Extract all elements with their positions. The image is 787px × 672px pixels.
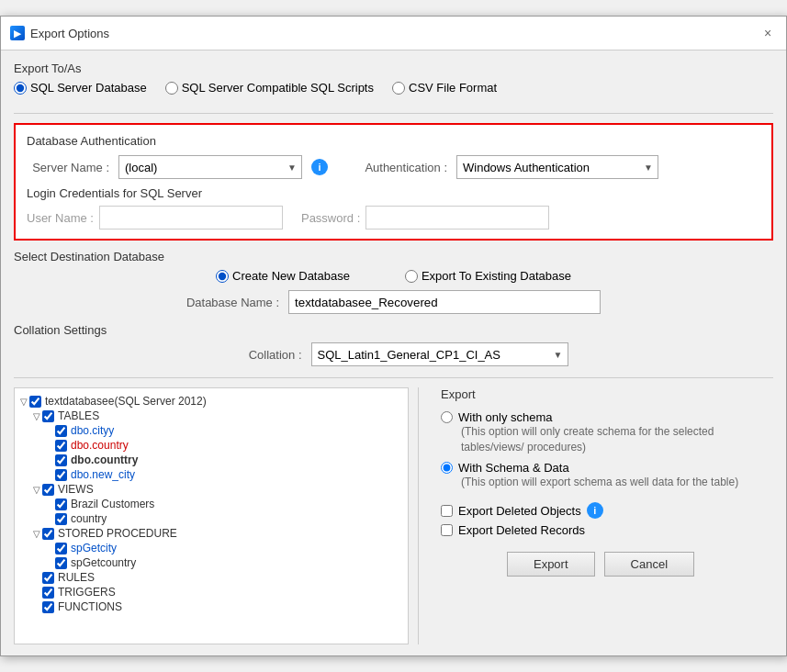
app-icon: ▶: [10, 26, 25, 40]
export-checkboxes: Export Deleted Objects i Export Deleted …: [441, 502, 760, 537]
db-auth-title: Database Authentication: [27, 134, 760, 148]
tree-cityy[interactable]: ▷ dbo.cityy: [20, 423, 402, 438]
tree-view-country-label: country: [71, 512, 107, 525]
schema-data-desc: (This option will export schema as well …: [461, 475, 760, 490]
auth-select[interactable]: Windows Authentication SQL Server Authen…: [456, 155, 658, 179]
tree-view-country-checkbox[interactable]: [55, 513, 67, 525]
radio-sql-scripts-label: SQL Server Compatible SQL Scripts: [182, 81, 374, 95]
server-name-label: Server Name :: [27, 161, 109, 174]
auth-label: Authentication :: [365, 161, 447, 174]
export-to-as-radio-group: SQL Server Database SQL Server Compatibl…: [14, 81, 773, 95]
radio-sql-server[interactable]: SQL Server Database: [14, 81, 147, 95]
radio-schema-data[interactable]: [441, 462, 453, 474]
tree-counttry[interactable]: ▷ dbo.counttry: [20, 453, 402, 467]
tree-stored-proc[interactable]: ▽ STORED PROCEDURE: [20, 526, 402, 541]
collation-row: Collation : SQL_Latin1_General_CP1_CI_AS…: [14, 342, 773, 366]
radio-export-existing[interactable]: Export To Existing Database: [405, 269, 571, 283]
tree-counttry-checkbox[interactable]: [55, 454, 67, 466]
export-button[interactable]: Export: [507, 552, 595, 577]
tree-country-checkbox[interactable]: [55, 440, 67, 452]
tree-new-city-label: dbo.new_city: [71, 468, 135, 481]
tree-spGetcity-checkbox[interactable]: [55, 543, 67, 554]
radio-schema-only[interactable]: [441, 411, 453, 423]
export-deleted-records-label: Export Deleted Records: [458, 523, 585, 537]
tree-root-label: textdatabasee(SQL Server 2012): [45, 395, 207, 408]
tree-spGetcity[interactable]: ▷ spGetcity: [20, 541, 402, 555]
credentials-row: User Name : Password :: [27, 206, 760, 230]
server-name-select[interactable]: (local): [118, 155, 302, 179]
username-label: User Name :: [27, 211, 94, 225]
db-name-input[interactable]: [288, 290, 601, 314]
export-option-schema-only-main: With only schema: [441, 410, 760, 424]
tree-country-label: dbo.country: [71, 439, 129, 452]
tree-root[interactable]: ▽ textdatabasee(SQL Server 2012): [20, 394, 402, 409]
radio-csv[interactable]: CSV File Format: [392, 81, 497, 95]
tree-brazil-checkbox[interactable]: [55, 498, 67, 510]
dest-db-section: Select Destination Database Create New D…: [14, 250, 773, 314]
credentials-title: Login Credentials for SQL Server: [27, 186, 760, 200]
radio-csv-label: CSV File Format: [409, 81, 497, 95]
collation-title: Collation Settings: [14, 323, 773, 337]
radio-create-new[interactable]: Create New Database: [216, 269, 350, 283]
tree-rules[interactable]: ▷ RULES: [20, 570, 402, 585]
tree-cityy-label: dbo.cityy: [71, 424, 114, 437]
tree-cityy-checkbox[interactable]: [55, 425, 67, 437]
collation-select-wrapper: SQL_Latin1_General_CP1_CI_AS Latin1_Gene…: [311, 342, 568, 366]
credentials-section: Login Credentials for SQL Server User Na…: [27, 186, 760, 230]
export-option-schema-data-main: With Schema & Data: [441, 461, 760, 475]
dialog-content: Export To/As SQL Server Database SQL Ser…: [1, 50, 786, 655]
tree-new-city-checkbox[interactable]: [55, 469, 67, 481]
collation-select[interactable]: SQL_Latin1_General_CP1_CI_AS Latin1_Gene…: [311, 342, 568, 366]
tree-spGetcountry[interactable]: ▷ spGetcountry: [20, 555, 402, 570]
password-input[interactable]: [365, 206, 549, 230]
tree-root-toggle[interactable]: ▽: [20, 397, 28, 407]
dialog-title: Export Options: [30, 27, 109, 40]
collation-section: Collation Settings Collation : SQL_Latin…: [14, 323, 773, 366]
export-deleted-records-checkbox[interactable]: [441, 524, 453, 536]
tree-panel: ▽ textdatabasee(SQL Server 2012) ▽ TABLE…: [14, 387, 409, 644]
username-input[interactable]: [99, 206, 283, 230]
server-info-button[interactable]: i: [311, 159, 328, 175]
tree-view-country[interactable]: ▷ country: [20, 511, 402, 526]
tree-tables[interactable]: ▽ TABLES: [20, 409, 402, 423]
tree-triggers[interactable]: ▷ TRIGGERS: [20, 585, 402, 599]
export-deleted-objects-checkbox[interactable]: [441, 505, 453, 517]
tree-functions-checkbox[interactable]: [42, 601, 54, 613]
tree-views-checkbox[interactable]: [42, 484, 54, 496]
tree-views-toggle[interactable]: ▽: [33, 485, 40, 495]
tree-spGetcountry-label: spGetcountry: [71, 556, 136, 569]
radio-schema-data-label: With Schema & Data: [458, 461, 569, 475]
export-panel: Export With only schema (This option wil…: [428, 387, 773, 644]
tree-stored-proc-toggle[interactable]: ▽: [33, 529, 40, 539]
tree-tables-toggle[interactable]: ▽: [33, 411, 40, 421]
tree-new-city[interactable]: ▷ dbo.new_city: [20, 467, 402, 482]
password-item: Password :: [301, 206, 549, 230]
radio-schema-only-label: With only schema: [458, 410, 553, 424]
export-title: Export: [441, 387, 760, 401]
radio-sql-server-label: SQL Server Database: [30, 81, 147, 95]
db-auth-section: Database Authentication Server Name : (l…: [14, 123, 773, 241]
tree-brazil-customers[interactable]: ▷ Brazil Customers: [20, 497, 402, 511]
radio-export-existing-label: Export To Existing Database: [422, 269, 571, 283]
username-item: User Name :: [27, 206, 283, 230]
tree-spGetcity-label: spGetcity: [71, 542, 117, 554]
tree-spGetcountry-checkbox[interactable]: [55, 557, 67, 569]
collation-label: Collation :: [219, 348, 302, 362]
tree-triggers-checkbox[interactable]: [42, 587, 54, 599]
tree-stored-proc-checkbox[interactable]: [42, 528, 54, 540]
close-button[interactable]: ×: [759, 24, 777, 42]
tree-root-checkbox[interactable]: [29, 396, 41, 408]
export-option-schema-data: With Schema & Data (This option will exp…: [441, 461, 760, 490]
tree-country[interactable]: ▷ dbo.country: [20, 438, 402, 453]
radio-sql-scripts[interactable]: SQL Server Compatible SQL Scripts: [165, 81, 374, 95]
tree-rules-checkbox[interactable]: [42, 572, 54, 584]
bottom-section: ▽ textdatabasee(SQL Server 2012) ▽ TABLE…: [14, 377, 773, 644]
cancel-button[interactable]: Cancel: [604, 552, 694, 577]
dest-db-title: Select Destination Database: [14, 250, 773, 263]
tree-views[interactable]: ▽ VIEWS: [20, 482, 402, 497]
deleted-objects-info-button[interactable]: i: [587, 502, 603, 519]
tree-triggers-label: TRIGGERS: [58, 586, 116, 599]
tree-views-label: VIEWS: [58, 483, 94, 496]
tree-functions[interactable]: ▷ FUNCTIONS: [20, 599, 402, 614]
tree-tables-checkbox[interactable]: [42, 410, 54, 422]
